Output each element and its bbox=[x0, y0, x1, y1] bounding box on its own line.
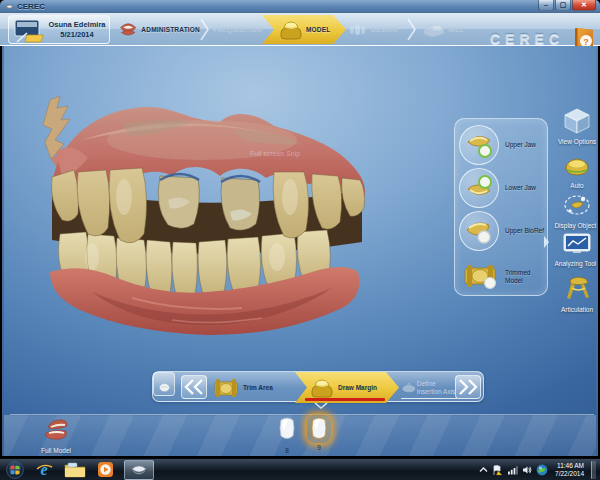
taskbar-clock[interactable]: 11:46 AM 7/22/2014 bbox=[555, 462, 584, 478]
wmp-play-icon bbox=[97, 461, 114, 478]
lower-jaw-button[interactable] bbox=[459, 168, 499, 208]
show-desktop-button[interactable] bbox=[591, 461, 596, 479]
svg-text:?: ? bbox=[583, 37, 589, 47]
cerec-brand-logo: CEREC bbox=[490, 31, 566, 47]
articulation-label: Articulation bbox=[552, 306, 598, 314]
network-signal-icon[interactable] bbox=[507, 465, 518, 475]
upper-jaw-button[interactable] bbox=[459, 125, 499, 165]
auto-button[interactable]: Auto bbox=[552, 154, 598, 190]
tooth-9-number: 9 bbox=[306, 444, 332, 451]
tab-mill-label: MILL bbox=[448, 26, 464, 33]
full-model-label: Full Model bbox=[34, 447, 78, 454]
tab-separator-chevron bbox=[200, 18, 210, 41]
full-model-button[interactable]: Full Model bbox=[34, 417, 78, 453]
clock-date: 7/22/2014 bbox=[555, 470, 584, 478]
view-options-cube-icon bbox=[563, 108, 591, 134]
action-center-flag-icon[interactable] bbox=[492, 465, 503, 476]
insertion-axis-icon bbox=[401, 379, 417, 397]
full-model-icon bbox=[42, 417, 70, 443]
draw-margin-icon bbox=[309, 377, 335, 399]
watermark-text: Full screen Snip bbox=[250, 150, 300, 157]
tooth-8-number: 8 bbox=[274, 447, 300, 454]
view-options-button[interactable]: View Options bbox=[552, 108, 598, 146]
window-titlebar: CEREC – ▢ ✕ bbox=[0, 0, 600, 13]
ie-logo-icon: e bbox=[35, 461, 53, 479]
double-chevron-right-icon bbox=[458, 379, 478, 395]
hidden-icons-chevron[interactable] bbox=[479, 466, 488, 474]
trimmed-model-icon bbox=[461, 259, 499, 293]
jaw-display-panel: Upper Jaw Lower Jaw Upper BioRef bbox=[454, 118, 548, 296]
upper-jaw-label: Upper Jaw bbox=[505, 141, 547, 149]
start-button[interactable] bbox=[3, 460, 27, 480]
bottom-band bbox=[4, 415, 598, 456]
restoration-thumbnail[interactable] bbox=[153, 372, 175, 396]
windows-taskbar: e bbox=[0, 458, 600, 480]
display-objects-button[interactable]: Display Objects bbox=[552, 192, 598, 230]
tab-administration[interactable]: ADMINISTRATION bbox=[118, 15, 200, 44]
step-pointer-chevron bbox=[314, 402, 328, 409]
clock-time: 11:46 AM bbox=[555, 462, 584, 470]
antivirus-tray-icon[interactable] bbox=[536, 464, 548, 476]
internet-explorer-icon[interactable]: e bbox=[31, 460, 57, 480]
tooth-9-icon bbox=[309, 416, 329, 442]
acquisition-camera-icon bbox=[212, 21, 217, 39]
windows-explorer-icon[interactable] bbox=[61, 460, 89, 480]
articulation-icon bbox=[562, 274, 592, 302]
design-teeth-icon bbox=[348, 22, 368, 38]
previous-steps-button[interactable] bbox=[181, 375, 207, 399]
window-controls: – ▢ ✕ bbox=[537, 0, 596, 11]
app-window-icon bbox=[5, 2, 14, 11]
windows-start-orb-icon bbox=[6, 461, 24, 479]
trimmed-model-label: Trimmed Model bbox=[505, 269, 547, 285]
articulation-button[interactable]: Articulation bbox=[552, 274, 598, 314]
auto-model-icon bbox=[562, 154, 592, 178]
patient-button[interactable]: Osuna Edelmira 5/21/2014 bbox=[8, 15, 110, 44]
double-chevron-left-icon bbox=[184, 379, 204, 395]
disabled-step-underline bbox=[401, 398, 457, 399]
tab-design: DESIGN bbox=[348, 15, 404, 44]
draw-margin-label: Draw Margin bbox=[338, 384, 377, 391]
define-insertion-axis-label: Define Insertion Axis bbox=[417, 380, 459, 395]
tooth-item-8[interactable]: 8 bbox=[274, 416, 300, 454]
auto-label: Auto bbox=[552, 182, 598, 190]
mill-machine-icon bbox=[422, 21, 446, 39]
tab-acquisition-label: ACQUISITION bbox=[217, 26, 262, 33]
panel-collapse-handle[interactable] bbox=[543, 235, 550, 249]
tab-mill: MILL bbox=[422, 15, 474, 44]
svg-text:e: e bbox=[40, 461, 47, 478]
model-block-icon bbox=[278, 19, 304, 41]
patient-name: Osuna Edelmira bbox=[45, 20, 109, 30]
minimize-button[interactable]: – bbox=[538, 0, 554, 11]
close-button[interactable]: ✕ bbox=[572, 0, 596, 11]
tab-design-label: DESIGN bbox=[371, 26, 397, 33]
media-player-icon[interactable] bbox=[92, 460, 118, 480]
patient-date: 5/21/2014 bbox=[45, 30, 109, 40]
system-tray: 11:46 AM 7/22/2014 bbox=[479, 459, 596, 480]
display-objects-label: Display Objects bbox=[552, 222, 598, 230]
upper-bioref-label: Upper BioRef bbox=[505, 227, 547, 235]
trimmed-model-button[interactable] bbox=[461, 259, 499, 293]
model-viewport[interactable]: Full screen Snip Upper Jaw Lower bbox=[2, 46, 598, 456]
upper-bioref-button[interactable] bbox=[459, 211, 499, 251]
dental-model-3d[interactable] bbox=[22, 82, 382, 342]
cerec-app-teeth-icon bbox=[130, 463, 148, 477]
tab-model[interactable]: MODEL bbox=[262, 15, 346, 44]
small-tooth-icon bbox=[159, 383, 170, 392]
volume-icon[interactable] bbox=[522, 465, 532, 475]
display-objects-icon bbox=[563, 192, 591, 218]
window-title: CEREC bbox=[17, 2, 45, 11]
next-steps-button[interactable] bbox=[455, 375, 481, 399]
step-trim-area[interactable]: Trim Area bbox=[211, 372, 297, 403]
upper-jaw-icon bbox=[460, 126, 497, 163]
cerec-taskbar-app-active[interactable] bbox=[124, 460, 154, 480]
phase-header: Osuna Edelmira 5/21/2014 ADMINISTRATION … bbox=[0, 13, 600, 46]
patient-database-icon bbox=[13, 19, 45, 43]
tab-separator-chevron bbox=[407, 18, 417, 41]
tab-administration-label: ADMINISTRATION bbox=[141, 26, 200, 33]
analyzing-tools-button[interactable]: Analyzing Tools bbox=[552, 232, 598, 268]
lower-jaw-label: Lower Jaw bbox=[505, 184, 547, 192]
maximize-button[interactable]: ▢ bbox=[555, 0, 571, 11]
patient-info: Osuna Edelmira 5/21/2014 bbox=[45, 20, 109, 40]
analyzing-tools-label: Analyzing Tools bbox=[552, 260, 598, 268]
active-step-underline bbox=[305, 398, 385, 401]
